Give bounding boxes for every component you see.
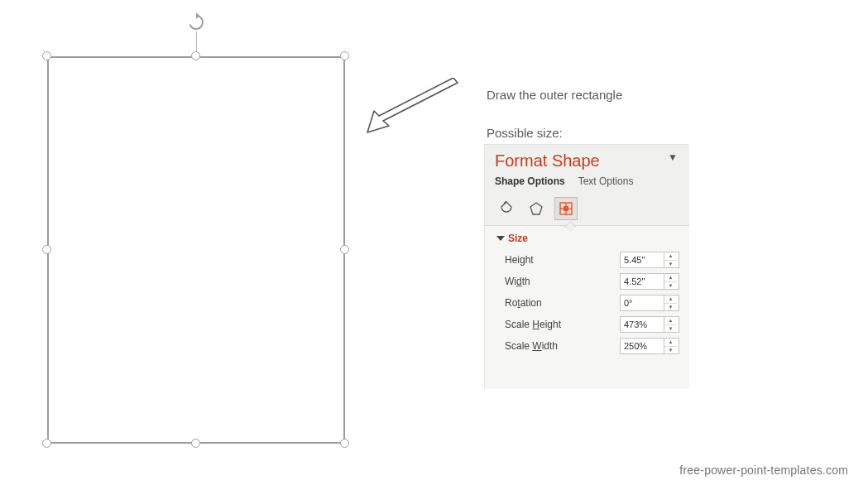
scale-height-label: Scale Height [505, 319, 561, 330]
width-label: Width [505, 276, 530, 287]
scale-width-step-down[interactable]: ▼ [664, 347, 677, 354]
prop-row-height: Height ▲ ▼ [496, 249, 679, 271]
collapse-triangle-icon [496, 236, 505, 241]
scale-width-label: Scale Width [505, 340, 558, 352]
rotation-step-down[interactable]: ▼ [664, 304, 677, 311]
rotation-input[interactable] [621, 295, 664, 310]
panel-collapse-icon[interactable]: ▼ [668, 151, 678, 163]
scale-height-step-up[interactable]: ▲ [664, 317, 677, 325]
resize-handle-ne[interactable] [340, 51, 349, 60]
selected-rectangle-shape[interactable] [47, 56, 345, 444]
resize-handle-nw[interactable] [42, 51, 51, 60]
resize-handle-n[interactable] [191, 51, 200, 60]
resize-handle-w[interactable] [42, 245, 51, 254]
rectangle-outline [47, 56, 345, 444]
width-spinner[interactable]: ▲ ▼ [620, 273, 679, 290]
rotation-label: Rotation [505, 297, 542, 309]
tab-shape-options[interactable]: Shape Options [495, 175, 565, 187]
size-section: Size Height ▲ ▼ Width [485, 226, 689, 389]
scale-width-step-up[interactable]: ▲ [664, 339, 677, 347]
width-step-up[interactable]: ▲ [664, 274, 677, 282]
svg-rect-2 [563, 206, 568, 211]
size-properties-category-icon[interactable] [554, 197, 578, 220]
rotation-step-up[interactable]: ▲ [664, 295, 677, 304]
panel-tabs: Shape Options Text Options [485, 174, 689, 195]
fill-line-category-icon[interactable] [495, 197, 518, 220]
resize-handle-e[interactable] [340, 245, 349, 254]
resize-handle-se[interactable] [340, 439, 349, 448]
resize-handle-s[interactable] [191, 439, 200, 448]
width-input[interactable] [621, 274, 664, 289]
scale-height-step-down[interactable]: ▼ [664, 325, 677, 333]
width-step-down[interactable]: ▼ [664, 282, 677, 290]
format-shape-panel: Format Shape ▼ Shape Options Text Option… [484, 144, 689, 389]
prop-row-width: Width ▲ ▼ [496, 271, 679, 292]
prop-row-scale-width: Scale Width ▲ ▼ [496, 335, 679, 357]
svg-marker-0 [530, 203, 542, 214]
tab-text-options[interactable]: Text Options [578, 175, 634, 187]
effects-category-icon[interactable] [525, 197, 548, 220]
instruction-line-1: Draw the outer rectangle [487, 88, 622, 102]
resize-handle-sw[interactable] [42, 439, 51, 448]
prop-row-rotation: Rotation ▲ ▼ [496, 292, 679, 314]
scale-width-spinner[interactable]: ▲ ▼ [620, 338, 679, 354]
scale-height-spinner[interactable]: ▲ ▼ [620, 316, 679, 333]
height-spinner[interactable]: ▲ ▼ [620, 252, 679, 268]
scale-height-input[interactable] [621, 317, 664, 332]
height-input[interactable] [621, 252, 664, 267]
rotation-handle-icon[interactable] [186, 12, 206, 32]
watermark-text: free-power-point-templates.com [679, 464, 848, 477]
arrow-annotation-icon [362, 78, 466, 137]
panel-title: Format Shape [485, 145, 689, 174]
size-section-header[interactable]: Size [496, 233, 679, 249]
height-step-up[interactable]: ▲ [664, 252, 677, 261]
size-section-label: Size [508, 233, 528, 244]
rotation-spinner[interactable]: ▲ ▼ [620, 295, 679, 311]
height-label: Height [505, 254, 534, 266]
instruction-line-2: Possible size: [487, 126, 563, 140]
height-step-down[interactable]: ▼ [664, 261, 677, 268]
category-row [485, 195, 689, 225]
prop-row-scale-height: Scale Height ▲ ▼ [496, 314, 679, 335]
scale-width-input[interactable] [621, 339, 664, 353]
